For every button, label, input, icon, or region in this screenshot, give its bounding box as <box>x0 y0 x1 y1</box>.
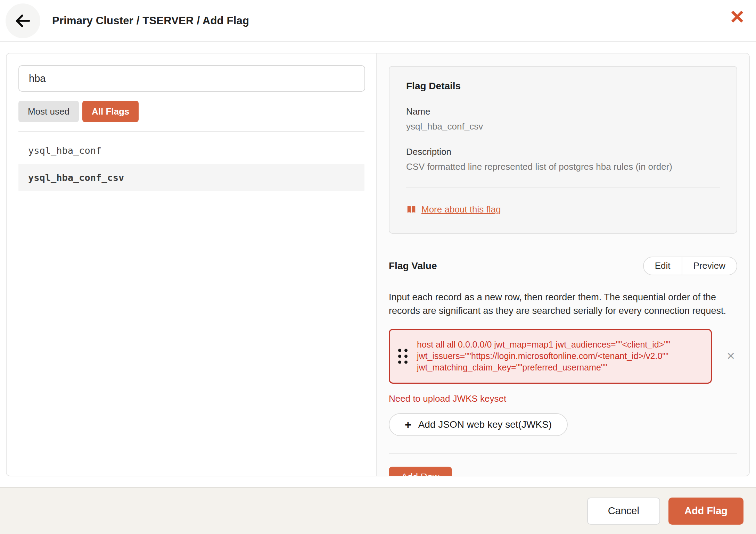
details-divider <box>406 187 720 187</box>
back-arrow-icon <box>14 12 32 30</box>
flag-filter-row: Most used All Flags <box>18 101 364 122</box>
flag-list-item[interactable]: ysql_hba_conf <box>7 137 376 164</box>
drag-handle-icon[interactable] <box>398 349 408 364</box>
modal-header: Primary Cluster / TSERVER / Add Flag <box>0 0 756 42</box>
book-icon <box>406 205 417 215</box>
plus-icon: + <box>405 419 411 430</box>
flag-value-row[interactable]: host all all 0.0.0.0/0 jwt_map=map1 jwt_… <box>389 329 712 384</box>
flag-details-title: Flag Details <box>406 81 720 92</box>
flag-value-title: Flag Value <box>389 260 437 272</box>
flag-list: ysql_hba_conf ysql_hba_conf_csv <box>7 137 376 191</box>
remove-row-button[interactable]: ✕ <box>726 351 735 361</box>
flag-details-card: Flag Details Name ysql_hba_conf_csv Desc… <box>389 66 737 234</box>
flag-name-value: ysql_hba_conf_csv <box>406 121 720 132</box>
flag-value-row-wrap: host all all 0.0.0.0/0 jwt_map=map1 jwt_… <box>389 329 737 384</box>
add-row-button[interactable]: Add Row <box>389 467 452 476</box>
back-button[interactable] <box>6 3 40 38</box>
add-flag-panel: Most used All Flags ysql_hba_conf ysql_h… <box>6 53 750 476</box>
filter-divider <box>18 131 364 132</box>
flag-detail-column: Flag Details Name ysql_hba_conf_csv Desc… <box>377 53 749 476</box>
modal-footer: Cancel Add Flag <box>0 487 756 534</box>
close-button[interactable] <box>728 8 746 26</box>
most-used-filter-button[interactable]: Most used <box>18 101 79 122</box>
flag-value-instructions: Input each record as a new row, then reo… <box>389 291 737 318</box>
flag-name-label: Name <box>406 106 720 117</box>
edit-tab[interactable]: Edit <box>644 257 682 275</box>
preview-tab[interactable]: Preview <box>682 257 737 275</box>
more-about-flag-label: More about this flag <box>421 204 501 215</box>
edit-preview-toggle: Edit Preview <box>643 257 737 275</box>
flag-list-item-selected[interactable]: ysql_hba_conf_csv <box>18 164 364 191</box>
flag-search-input[interactable] <box>18 65 365 92</box>
more-about-flag-link[interactable]: More about this flag <box>406 204 501 215</box>
flag-search-column: Most used All Flags ysql_hba_conf ysql_h… <box>7 53 377 476</box>
flag-description-label: Description <box>406 147 720 157</box>
flag-value-header: Flag Value Edit Preview <box>389 257 737 275</box>
all-flags-filter-button[interactable]: All Flags <box>82 101 139 122</box>
add-flag-button[interactable]: Add Flag <box>668 498 743 525</box>
close-icon <box>730 10 744 24</box>
jwks-error-text: Need to upload JWKS keyset <box>389 393 737 404</box>
page-title: Primary Cluster / TSERVER / Add Flag <box>52 15 249 27</box>
add-jwks-button[interactable]: + Add JSON web key set(JWKS) <box>389 413 568 436</box>
flag-value-row-text: host all all 0.0.0.0/0 jwt_map=map1 jwt_… <box>417 340 670 373</box>
remove-row-icon: ✕ <box>726 350 735 362</box>
cancel-button[interactable]: Cancel <box>587 498 660 525</box>
flag-description-value: CSV formatted line represented list of p… <box>406 161 720 172</box>
flag-value-divider <box>389 453 737 454</box>
add-jwks-label: Add JSON web key set(JWKS) <box>418 419 552 430</box>
